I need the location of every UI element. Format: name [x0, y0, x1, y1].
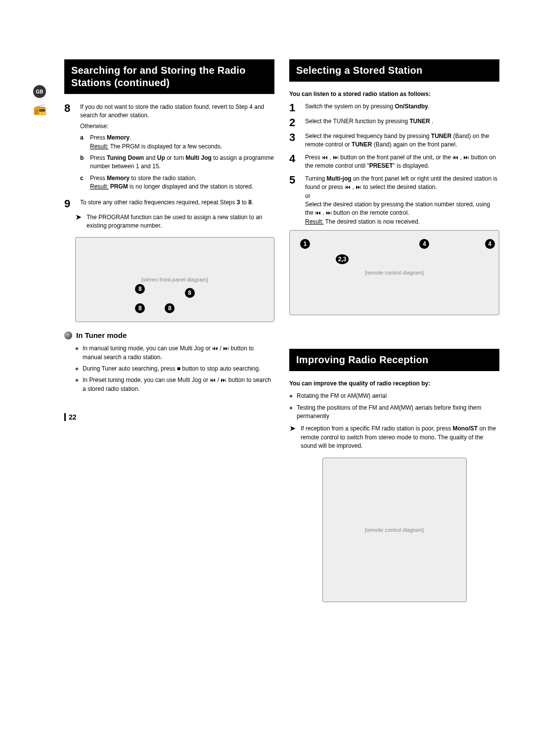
step-2: 2 Select the TUNER function by pressing …	[289, 117, 499, 128]
result-text: PRGM is no longer displayed and the stat…	[110, 183, 254, 190]
note-icon	[289, 425, 296, 450]
radio-icon: 📻	[33, 104, 46, 115]
tuner-mode-title: In Tuner mode	[76, 331, 127, 339]
diagram-placeholder: [stereo front-panel diagram]	[141, 277, 208, 283]
note-mono-st: If reception from a specific FM radio st…	[289, 425, 499, 450]
list-text: In manual tuning mode, you can use Multi…	[83, 344, 274, 362]
note-icon	[75, 213, 82, 231]
step-number: 8	[64, 103, 75, 194]
callout-8: 8	[135, 284, 145, 294]
list-item: Testing the positions of the FM and AM(M…	[289, 404, 499, 421]
callout-4: 4	[419, 239, 429, 249]
callout-8: 8	[135, 303, 145, 313]
result-label: Result:	[90, 143, 108, 150]
step-5: 5 Turning Multi-jog on the front panel l…	[289, 175, 499, 226]
list-item: Rotating the FM or AM(MW) aerial	[289, 392, 499, 400]
sub-a: a Press Memory. Result: The PRGM is disp…	[80, 134, 274, 151]
step-number: 1	[289, 102, 300, 113]
sub-letter: b	[80, 154, 86, 171]
callout-8: 8	[165, 303, 175, 313]
result-text: The desired station is now received.	[325, 218, 419, 225]
bullet-icon	[64, 331, 72, 339]
note-text: If reception from a specific FM radio st…	[301, 425, 499, 450]
subheading-improve: You can improve the quality of radio rec…	[289, 380, 499, 387]
improve-list: Rotating the FM or AM(MW) aerial Testing…	[289, 392, 499, 421]
note-text: The PROGRAM function can be used to assi…	[87, 213, 274, 231]
tuner-mode-heading: In Tuner mode	[64, 331, 274, 339]
step-9: 9 To store any other radio frequencies r…	[64, 198, 274, 209]
step-4: 4 Press ⏮ , ⏭ button on the front panel …	[289, 153, 499, 171]
callout-4: 4	[485, 239, 495, 249]
step-number: 2	[289, 117, 300, 128]
list-text: During Tuner auto searching, press ■ but…	[83, 365, 260, 373]
sub-text: Press Tuning Down and Up or turn Multi J…	[90, 154, 274, 171]
diagram-placeholder: [remote control diagram]	[365, 527, 424, 533]
sub-letter: a	[80, 134, 86, 151]
language-badge: GB	[33, 85, 46, 98]
list-item: In manual tuning mode, you can use Multi…	[75, 344, 274, 362]
device-diagram: [stereo front-panel diagram] 8 8 8 8	[75, 237, 274, 322]
heading-improve-reception: Improving Radio Reception	[289, 349, 499, 371]
diagram-placeholder: [remote control diagram]	[365, 270, 424, 276]
step8-intro: If you do not want to store the radio st…	[80, 103, 264, 119]
step-number: 9	[64, 198, 75, 209]
left-gutter: GB 📻	[30, 59, 49, 602]
step-body: To store any other radio frequencies req…	[80, 198, 274, 209]
right-column: Selecting a Stored Station You can liste…	[289, 59, 499, 602]
result-label: Result:	[305, 218, 323, 225]
step-body: Switch the system on by pressing On/Stan…	[305, 102, 499, 113]
step-body: Select the TUNER function by pressing TU…	[305, 117, 499, 128]
heading-select-stored: Selecting a Stored Station	[289, 59, 499, 82]
list-item: During Tuner auto searching, press ■ but…	[75, 365, 274, 373]
remote-diagram-1: [remote control diagram] 1 2,3 4 4	[289, 230, 499, 315]
step-1: 1 Switch the system on by pressing On/St…	[289, 102, 499, 113]
tuner-mode-list: In manual tuning mode, you can use Multi…	[75, 344, 274, 393]
step5-text2: Select the desired station by pressing t…	[305, 201, 490, 216]
step-body: Press ⏮ , ⏭ button on the front panel of…	[305, 153, 499, 171]
sub-letter: c	[80, 174, 86, 191]
remote-diagram-2: [remote control diagram]	[322, 458, 467, 602]
left-column: Searching for and Storing the Radio Stat…	[64, 59, 274, 602]
list-item: In Preset tuning mode, you can use Multi…	[75, 376, 274, 393]
step-number: 5	[289, 175, 300, 226]
page-num-text: 22	[69, 413, 77, 421]
list-text: In Preset tuning mode, you can use Multi…	[83, 376, 274, 393]
sub-text: Press Memory to store the radio station.…	[90, 174, 253, 191]
page: GB 📻 Searching for and Storing the Radio…	[0, 0, 534, 632]
callout-8: 8	[185, 288, 195, 298]
step-body: Select the required frequency band by pr…	[305, 132, 499, 149]
step-body: If you do not want to store the radio st…	[80, 103, 274, 194]
page-number: 22	[64, 413, 274, 421]
step-number: 3	[289, 132, 300, 149]
step-body: Turning Multi-jog on the front panel lef…	[305, 175, 499, 226]
step5-or: or	[305, 192, 311, 199]
callout-1: 1	[300, 239, 310, 249]
list-text: Rotating the FM or AM(MW) aerial	[297, 392, 387, 400]
heading-search-store: Searching for and Storing the Radio Stat…	[64, 59, 274, 94]
result-label: Result:	[90, 183, 108, 190]
step-3: 3 Select the required frequency band by …	[289, 132, 499, 149]
page-bar	[64, 413, 66, 421]
step8-sublist: a Press Memory. Result: The PRGM is disp…	[80, 134, 274, 191]
note-program: The PROGRAM function can be used to assi…	[75, 213, 274, 231]
result-text: The PRGM is displayed for a few seconds.	[110, 143, 222, 150]
step-8: 8 If you do not want to store the radio …	[64, 103, 274, 194]
list-text: Testing the positions of the FM and AM(M…	[297, 404, 499, 421]
sub-b: b Press Tuning Down and Up or turn Multi…	[80, 154, 274, 171]
sub-c: c Press Memory to store the radio statio…	[80, 174, 274, 191]
callout-2-3: 2,3	[336, 254, 349, 264]
subheading-listen: You can listen to a stored radio station…	[289, 91, 499, 97]
step8-otherwise: Otherwise:	[80, 122, 274, 131]
step-number: 4	[289, 153, 300, 171]
sub-text: Press Memory. Result: The PRGM is displa…	[90, 134, 222, 151]
